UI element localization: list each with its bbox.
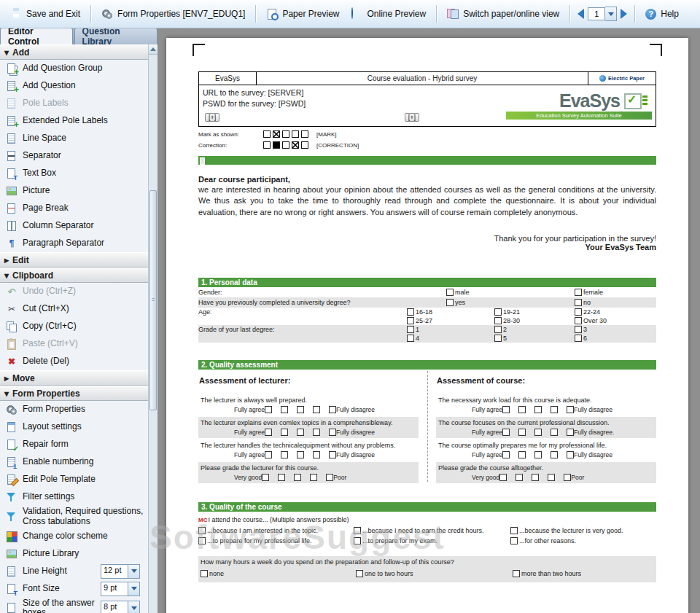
scrollbar-thumb[interactable] [149, 190, 157, 410]
tab-editor-control[interactable]: Editor Control [0, 28, 73, 44]
sidebar-item-delete[interactable]: Delete (Del) [0, 353, 149, 370]
sidebar-item-filter-settings[interactable]: Filter settings [0, 488, 149, 506]
font-size-dropdown-button[interactable] [128, 582, 140, 596]
checkbox [575, 299, 582, 306]
section-header-form-properties[interactable]: ▾ Form Properties [0, 386, 149, 401]
page-dropdown-button[interactable] [605, 7, 617, 21]
intro-text-block[interactable]: Dear course participant, we are interest… [198, 175, 656, 251]
empty-question-group-bar[interactable] [198, 156, 656, 165]
salutation: Dear course participant, [198, 175, 656, 184]
next-page-button[interactable] [621, 9, 627, 19]
sidebar-item-line-height: Line Height 12 pt [0, 563, 149, 580]
insert-left-button[interactable]: [+] [205, 113, 219, 122]
help-button[interactable]: Help [639, 6, 685, 23]
sidebar-item-validation[interactable]: Validation, Required questions, Cross ta… [0, 506, 149, 528]
sidebar-item-repair-form[interactable]: Repair form [0, 436, 149, 453]
brand-cell: EvaSys [199, 72, 257, 85]
correction-tag: [CORRECTION] [316, 142, 359, 149]
scale-question[interactable]: The course focuses on the current profes… [436, 417, 656, 438]
scale-question[interactable]: The lecturer explains even comlex topics… [198, 417, 419, 438]
undo-icon [6, 286, 18, 297]
cut-icon [6, 303, 18, 315]
sidebar-item-text-box[interactable]: Text Box [0, 165, 149, 182]
sidebar-item-cut[interactable]: Cut (Ctrl+X) [0, 300, 149, 318]
sidebar-item-form-properties[interactable]: Form Properties [0, 401, 149, 418]
checkbox [201, 570, 208, 577]
multiple-choice-question[interactable]: MCI attend the course... (Multiple answe… [198, 516, 656, 546]
font-size-icon [6, 583, 18, 595]
sidebar-item-picture[interactable]: Picture [0, 182, 149, 200]
scale-low-label: Fully agree [472, 429, 502, 436]
survey-password-line: PSWD for the survey: [PSWD] [203, 98, 495, 109]
font-size-select[interactable]: 9 pt [101, 582, 140, 596]
sidebar-item-picture-library[interactable]: Picture Library [0, 545, 149, 563]
electric-paper-logo: Electric Paper [588, 72, 656, 85]
scale-question[interactable]: The course optimally prepares me for my … [436, 440, 656, 461]
form-properties-button[interactable]: Form Properties [ENV7_EDUQ1] [96, 5, 251, 23]
scale-question[interactable]: The necessary work load for this course … [436, 394, 656, 415]
sidebar-scrollbar[interactable] [148, 44, 158, 613]
line-height-dropdown-button[interactable] [128, 564, 140, 579]
sidebar-item-column-separator[interactable]: Column Separator [0, 217, 149, 235]
section-3-header-bar[interactable]: 3. Quality of the course [198, 502, 656, 512]
option: ...because the lecturer is very good. [519, 527, 623, 534]
paper-preview-button[interactable]: Paper Preview [260, 5, 345, 23]
checkbox [407, 317, 414, 324]
tab-question-library[interactable]: Question Library [74, 28, 158, 44]
evasys-tagline: Education Survey Automation Suite [506, 112, 652, 120]
mark-tag: [MARK] [316, 131, 337, 138]
answer-box-size-select[interactable]: 8 pt [101, 601, 140, 613]
option: 3 [583, 326, 587, 333]
scale-high-label: Poor [333, 474, 346, 481]
sidebar-item-copy[interactable]: Copy (Ctrl+C) [0, 318, 149, 335]
section-move-label: Move [12, 373, 35, 383]
sidebar-item-add-question-group[interactable]: Add Question Group [0, 60, 149, 77]
sidebar-item-change-color-scheme[interactable]: Change color scheme [0, 528, 149, 545]
checkbox [292, 130, 299, 138]
section-2-header-bar[interactable]: 2. Quality assessment [198, 360, 656, 370]
section-header-move[interactable]: ▸ Move [0, 370, 149, 386]
question-row-degree[interactable]: Have you previously completed a universi… [198, 297, 656, 308]
scale-question[interactable]: The lecturer is always well prepared. Fu… [198, 394, 419, 415]
survey-info-box[interactable]: URL to the survey: [SERVER] PSWD for the… [198, 85, 656, 127]
scale-low-label: Fully agree [472, 451, 502, 458]
sidebar-item-paragraph-separator[interactable]: Paragraph Separator [0, 235, 149, 252]
sidebar-item-line-space[interactable]: Line Space [0, 130, 149, 147]
section-header-clipboard[interactable]: ▾ Clipboard [0, 268, 149, 283]
online-preview-button[interactable]: Online Preview [345, 5, 432, 23]
scale-question[interactable]: Please grade the course alltogether. Ver… [436, 462, 656, 483]
item-label: Text Box [23, 168, 56, 179]
switch-view-button[interactable]: Switch paper/online view [441, 5, 565, 23]
question-row-gender[interactable]: Gender: male female [198, 287, 656, 297]
sidebar-item-edit-pole-template[interactable]: Edit Pole Template [0, 471, 149, 488]
insert-center-button[interactable]: [+] [405, 113, 419, 122]
gears-icon [101, 8, 113, 20]
section-header-add[interactable]: ▾ Add [0, 44, 149, 60]
hours-question[interactable]: How many hours a week do you spend on th… [198, 556, 656, 582]
page-number-input[interactable] [588, 7, 605, 20]
sidebar-item-page-break[interactable]: Page Break [0, 200, 149, 217]
previous-page-button[interactable] [578, 9, 584, 19]
sidebar-item-enable-numbering[interactable]: Enable numbering [0, 453, 149, 471]
sidebar-item-add-question[interactable]: Add Question [0, 77, 149, 95]
option: 6 [583, 335, 587, 342]
save-and-exit-button[interactable]: Save and Exit [4, 5, 86, 23]
question-row-age[interactable]: Age: 16-18 19-21 22-24 25-27 28-30 Over … [198, 308, 656, 325]
scroll-up-button[interactable] [149, 44, 158, 55]
answer-box-size-dropdown-button[interactable] [128, 601, 140, 613]
item-label: Pole Labels [23, 98, 69, 109]
sidebar-item-extended-pole-labels[interactable]: Extended Pole Labels [0, 112, 149, 130]
scale-question[interactable]: The lecturer handles the technicalequipm… [198, 440, 419, 461]
survey-paper: EvaSys Course evaluation - Hybrid survey… [166, 38, 688, 613]
sidebar-item-separator[interactable]: Separator [0, 147, 149, 165]
scale-question[interactable]: Please grade the lecturer for this cours… [198, 462, 419, 483]
question-row-grade[interactable]: Grade of your last degree: 1 2 3 4 5 6 [198, 325, 656, 343]
option: ...because I need to earn the credit hou… [362, 527, 484, 534]
line-height-select[interactable]: 12 pt [101, 564, 140, 579]
section-header-edit[interactable]: ▸ Edit [0, 252, 149, 268]
item-label: Validation, Required questions, Cross ta… [23, 507, 146, 527]
sidebar-item-layout-settings[interactable]: Layout settings [0, 418, 149, 436]
form-header-table[interactable]: EvaSys Course evaluation - Hybrid survey… [198, 71, 656, 85]
section-1-header-bar[interactable]: 1. Personal data [198, 278, 656, 287]
section-edit-label: Edit [12, 255, 29, 265]
